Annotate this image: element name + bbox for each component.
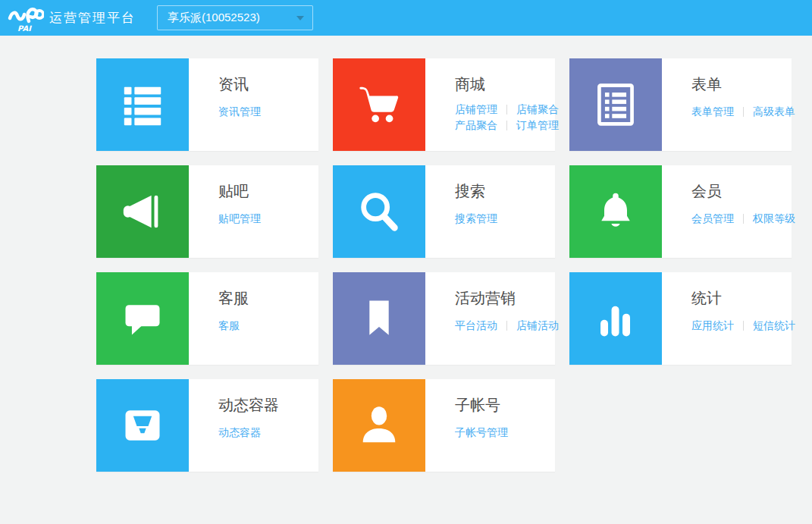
link-news-manage[interactable]: 资讯管理: [218, 105, 261, 118]
card-statistics: 统计 应用统计短信统计: [569, 272, 792, 365]
link-shop-manage[interactable]: 店铺管理: [455, 103, 497, 115]
link-shop-activity[interactable]: 店铺活动: [516, 319, 559, 331]
account-dropdown-value: 享乐派(10052523): [168, 11, 260, 25]
link-divider: [506, 105, 507, 115]
link-product-aggregate[interactable]: 产品聚合: [455, 119, 497, 131]
link-divider: [743, 214, 744, 224]
card-forum: 贴吧 贴吧管理: [96, 165, 318, 258]
card-title: 表单: [691, 74, 792, 95]
forms-tile[interactable]: [569, 58, 662, 151]
card-title: 活动营销: [455, 288, 555, 309]
members-tile[interactable]: [569, 165, 662, 258]
megaphone-icon: [119, 188, 166, 235]
link-dynamic-container[interactable]: 动态容器: [218, 426, 261, 438]
card-members: 会员 会员管理权限等级: [569, 165, 792, 258]
cart-icon: [356, 81, 403, 128]
link-forum-manage[interactable]: 贴吧管理: [218, 212, 261, 224]
link-divider: [743, 321, 744, 331]
module-card-grid: 资讯 资讯管理 商城 店铺管理店铺聚合 产品聚合订单管理: [96, 58, 792, 472]
svg-text:PAI: PAI: [17, 24, 32, 33]
link-customer-service[interactable]: 客服: [218, 319, 240, 331]
form-icon: [593, 82, 638, 127]
link-form-manage[interactable]: 表单管理: [691, 105, 734, 118]
customer-service-tile[interactable]: [96, 272, 189, 365]
card-news: 资讯 资讯管理: [96, 58, 318, 151]
statistics-tile[interactable]: [569, 272, 662, 365]
card-subaccount: 子帐号 子帐号管理: [333, 379, 555, 472]
link-search-manage[interactable]: 搜索管理: [455, 212, 497, 224]
link-divider: [506, 121, 507, 130]
platform-logo: PAI: [8, 2, 44, 34]
link-shop-aggregate[interactable]: 店铺聚合: [516, 103, 559, 115]
card-title: 商城: [455, 74, 555, 95]
card-dynamic-container: 动态容器 动态容器: [96, 379, 318, 472]
link-divider: [506, 321, 507, 331]
card-title: 客服: [218, 288, 249, 309]
mall-tile[interactable]: [333, 58, 425, 151]
link-subaccount-manage[interactable]: 子帐号管理: [455, 426, 508, 438]
card-title: 动态容器: [218, 395, 279, 416]
link-divider: [743, 107, 744, 117]
link-platform-activity[interactable]: 平台活动: [455, 319, 497, 331]
card-search: 搜索 搜索管理: [333, 165, 555, 258]
card-title: 资讯: [218, 74, 261, 95]
card-title: 子帐号: [455, 395, 508, 416]
card-forms: 表单 表单管理高级表单: [569, 58, 792, 151]
link-member-manage[interactable]: 会员管理: [691, 212, 734, 224]
card-title: 搜索: [455, 181, 497, 202]
forum-tile[interactable]: [96, 165, 189, 258]
top-header-bar: PAI 运营管理平台 享乐派(10052523): [0, 0, 812, 36]
card-marketing: 活动营销 平台活动店铺活动: [333, 272, 555, 365]
link-order-manage[interactable]: 订单管理: [516, 119, 559, 131]
platform-title: 运营管理平台: [49, 9, 136, 27]
card-title: 会员: [691, 181, 792, 202]
inbox-icon: [120, 403, 165, 448]
news-tile[interactable]: [96, 58, 189, 151]
person-icon: [356, 402, 403, 449]
dynamic-container-tile[interactable]: [96, 379, 189, 472]
xianglepai-logo-icon: PAI: [8, 2, 44, 34]
marketing-tile[interactable]: [333, 272, 425, 365]
bookmark-icon: [357, 297, 401, 340]
chat-icon: [120, 296, 165, 341]
bell-icon: [593, 189, 638, 234]
link-sms-stats[interactable]: 短信统计: [753, 319, 795, 331]
card-title: 贴吧: [218, 181, 261, 202]
list-icon: [119, 81, 166, 128]
bar-chart-icon: [594, 297, 638, 340]
search-icon: [356, 188, 403, 235]
subaccount-tile[interactable]: [333, 379, 425, 472]
chevron-down-icon: [296, 16, 304, 20]
card-mall: 商城 店铺管理店铺聚合 产品聚合订单管理: [333, 58, 555, 151]
card-title: 统计: [691, 288, 792, 309]
search-tile[interactable]: [333, 165, 425, 258]
link-app-stats[interactable]: 应用统计: [691, 319, 734, 331]
link-advanced-form[interactable]: 高级表单: [753, 105, 795, 118]
account-dropdown[interactable]: 享乐派(10052523): [157, 5, 313, 30]
link-permission-level[interactable]: 权限等级: [753, 212, 795, 224]
card-customer-service: 客服 客服: [96, 272, 318, 365]
